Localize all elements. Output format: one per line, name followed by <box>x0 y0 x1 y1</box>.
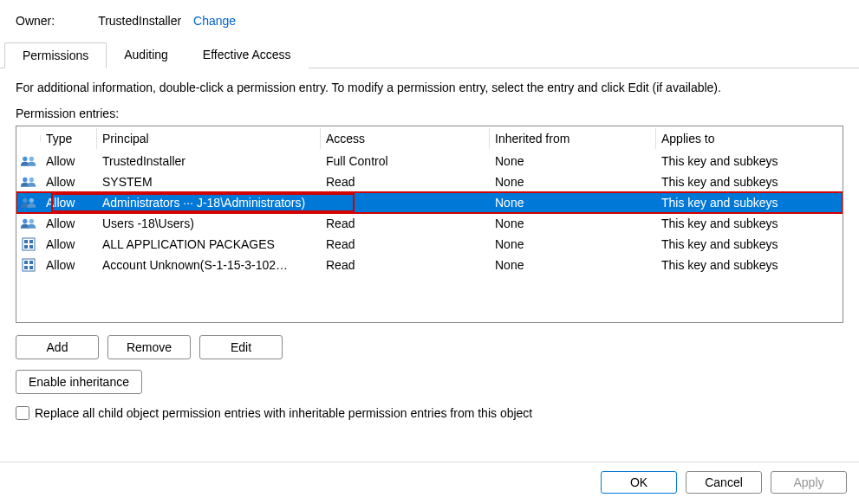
row-icon <box>16 237 41 251</box>
svg-rect-9 <box>24 240 28 243</box>
row-principal: SYSTEM <box>97 173 321 191</box>
row-icon <box>16 216 41 230</box>
apply-button[interactable]: Apply <box>771 471 847 494</box>
row-icon <box>16 175 41 189</box>
tab-auditing[interactable]: Auditing <box>107 42 185 68</box>
cancel-button[interactable]: Cancel <box>686 471 762 494</box>
enable-inheritance-button[interactable]: Enable inheritance <box>16 370 142 394</box>
owner-label: Owner: <box>16 14 55 28</box>
tab-permissions[interactable]: Permissions <box>4 42 107 68</box>
table-row[interactable]: AllowALL APPLICATION PACKAGESReadNoneThi… <box>16 234 843 255</box>
ok-button[interactable]: OK <box>601 471 677 494</box>
row-applies: This key and subkeys <box>656 152 843 170</box>
svg-rect-12 <box>29 245 33 249</box>
table-row[interactable]: AllowUsers -18\Users)ReadNoneThis key an… <box>16 213 843 234</box>
row-inherited: None <box>490 194 656 211</box>
grid-icon <box>20 237 37 251</box>
users-icon <box>20 154 37 168</box>
col-inherited[interactable]: Inherited from <box>490 128 656 149</box>
replace-child-label: Replace all child object permission entr… <box>35 406 532 420</box>
row-access: Read <box>321 215 490 232</box>
row-type: Allow <box>41 256 97 274</box>
row-access: Read <box>321 256 490 274</box>
remove-button[interactable]: Remove <box>107 335 191 359</box>
add-button[interactable]: Add <box>16 335 99 359</box>
row-inherited: None <box>490 236 656 253</box>
table-row[interactable]: AllowAdministrators ··· J-18\Administrat… <box>16 192 843 213</box>
row-applies: This key and subkeys <box>656 236 843 253</box>
svg-point-4 <box>23 198 27 203</box>
row-principal: Users -18\Users) <box>97 215 321 232</box>
row-applies: This key and subkeys <box>656 173 843 191</box>
row-access: Read <box>321 236 490 253</box>
row-inherited: None <box>490 256 656 274</box>
svg-point-5 <box>29 198 34 203</box>
grid-icon <box>20 258 37 272</box>
row-access: Read <box>321 173 490 191</box>
col-applies[interactable]: Applies to <box>656 128 843 149</box>
tab-effective-access[interactable]: Effective Access <box>185 42 309 68</box>
row-type: Allow <box>41 173 97 191</box>
table-row[interactable]: AllowSYSTEMReadNoneThis key and subkeys <box>16 171 843 192</box>
change-owner-link[interactable]: Change <box>193 14 236 28</box>
svg-rect-10 <box>29 240 33 243</box>
row-type: Allow <box>41 152 97 170</box>
row-inherited: None <box>490 152 656 170</box>
row-applies: This key and subkeys <box>656 215 843 232</box>
svg-rect-16 <box>24 266 28 269</box>
row-type: Allow <box>41 215 97 232</box>
users-icon <box>20 196 37 210</box>
svg-rect-11 <box>24 245 28 249</box>
svg-rect-14 <box>24 261 28 264</box>
table-row[interactable]: AllowAccount Unknown(S-1-15-3-102…ReadNo… <box>16 255 843 275</box>
col-access[interactable]: Access <box>321 128 490 149</box>
row-principal: ALL APPLICATION PACKAGES <box>97 236 321 253</box>
row-principal: TrustedInstaller <box>97 152 321 170</box>
users-icon <box>20 216 37 230</box>
row-type: Allow <box>41 236 97 253</box>
grid-header: Type Principal Access Inherited from App… <box>16 126 843 151</box>
svg-point-2 <box>23 178 27 182</box>
table-row[interactable]: AllowTrustedInstallerFull ControlNoneThi… <box>16 151 843 171</box>
row-inherited: None <box>490 215 656 232</box>
row-icon <box>16 154 41 168</box>
tab-bar: Permissions Auditing Effective Access <box>0 42 859 68</box>
svg-rect-17 <box>29 266 33 269</box>
row-access: Full Control <box>321 152 490 170</box>
permission-entries-grid[interactable]: Type Principal Access Inherited from App… <box>16 126 843 323</box>
owner-value: TrustedInstaller <box>98 14 181 28</box>
col-type[interactable]: Type <box>41 128 97 149</box>
row-icon <box>16 196 41 210</box>
replace-child-checkbox[interactable] <box>16 406 29 420</box>
svg-point-0 <box>23 157 27 161</box>
col-principal[interactable]: Principal <box>97 128 321 149</box>
row-applies: This key and subkeys <box>656 256 843 274</box>
entries-label: Permission entries: <box>16 107 843 120</box>
col-icon[interactable] <box>16 135 41 142</box>
edit-button[interactable]: Edit <box>199 335 283 359</box>
row-type: Allow <box>41 194 97 211</box>
row-inherited: None <box>490 173 656 191</box>
instructions-text: For additional information, double-click… <box>16 81 843 94</box>
row-applies: This key and subkeys <box>656 194 843 211</box>
row-icon <box>16 258 41 272</box>
svg-point-7 <box>29 219 34 223</box>
svg-rect-15 <box>29 261 33 264</box>
row-principal: Administrators ··· J-18\Administrators) <box>97 194 321 211</box>
svg-point-1 <box>29 157 34 161</box>
svg-point-6 <box>23 219 27 223</box>
users-icon <box>20 175 37 189</box>
svg-point-3 <box>29 178 34 182</box>
row-access <box>321 201 490 204</box>
row-principal: Account Unknown(S-1-15-3-102… <box>97 256 321 274</box>
